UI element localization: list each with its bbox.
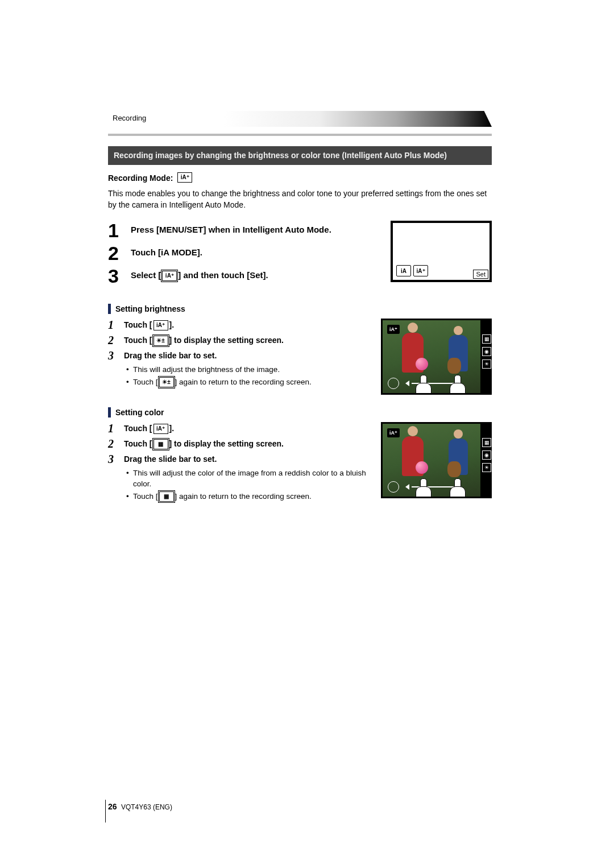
ia-plus-icon: iA⁺ [162,271,177,281]
figure-color: iA⁺ ▦ ◉ ☀ [381,422,492,498]
intro-paragraph: This mode enables you to change the brig… [108,188,492,211]
defocus-icon: ◉ [482,450,491,460]
brightness-block: 1 Touch [iA⁺]. 2 Touch [☀±] to display t… [108,319,492,395]
step-text: Press [MENU/SET] when in Intelligent Aut… [131,221,379,235]
brightness-bullets: This will adjust the brightness of the i… [126,365,371,388]
bullet: This will adjust the brightness of the i… [126,365,371,375]
substep-number: 3 [108,453,118,466]
color-bullets: This will adjust the color of the image … [126,468,371,502]
substep-text: Touch [☀±] to display the setting screen… [124,334,371,346]
brightness-icon: ☀ [482,359,491,369]
brightness-heading: Setting brightness [108,304,492,314]
ia-plus-icon: iA⁺ [413,265,428,276]
step-text: Touch [iA MODE]. [131,243,379,258]
step-2: 2 Touch [iA MODE]. [108,243,379,263]
slider-handle-icon [388,378,399,389]
hand-pointer-icon [410,374,435,393]
step-suffix: ] and then touch [Set]. [178,270,268,280]
header-underline [108,134,492,136]
mode-badge: iA⁺ [387,325,400,334]
color-icon: ▦ [482,334,491,344]
bullet: This will adjust the color of the image … [126,468,371,490]
hand-pointer-icon [444,477,469,497]
ia-icon: iA [396,265,411,276]
doc-id: VQT4Y63 (ENG) [121,803,172,811]
color-icon: ▦ [159,491,174,502]
figure-brightness: iA⁺ ▦ ◉ ☀ [381,319,492,395]
page-header: Recording [108,111,492,130]
recording-mode-label: Recording Mode: [108,173,173,183]
substep-text: Touch [iA⁺]. [124,319,371,330]
step-text: Select [iA⁺] and then touch [Set]. [131,266,379,281]
substep-number: 1 [108,422,118,435]
heading-bar-icon [108,407,111,418]
main-steps-block: 1 Press [MENU/SET] when in Intelligent A… [108,221,492,289]
section-title: Recording images by changing the brightn… [108,146,492,165]
hand-pointer-icon [444,374,469,393]
step-3: 3 Select [iA⁺] and then touch [Set]. [108,266,379,286]
ia-plus-icon: iA⁺ [154,424,168,434]
color-step-2: 2 Touch [▦] to display the setting scree… [108,437,371,450]
brightness-step-3: 3 Drag the slide bar to set. [108,349,371,362]
footer-rule [105,800,106,822]
slider-handle-icon [388,481,399,493]
ia-plus-icon: iA⁺ [177,172,192,183]
substep-number: 1 [108,319,118,332]
color-step-3: 3 Drag the slide bar to set. [108,453,371,466]
substep-number: 3 [108,349,118,362]
hand-pointer-icon [410,477,435,497]
color-icon: ▦ [482,438,491,447]
side-icon-strip: ▦ ◉ ☀ [482,438,490,472]
defocus-icon: ◉ [482,347,491,356]
arrow-left-icon [401,484,409,490]
step-1: 1 Press [MENU/SET] when in Intelligent A… [108,221,379,240]
step-number: 3 [108,266,124,286]
step-number: 2 [108,243,124,263]
substep-text: Drag the slide bar to set. [124,349,371,360]
heading-text: Setting brightness [115,304,185,313]
bullet: Touch [▦] again to return to the recordi… [126,491,371,502]
brightness-icon: ☀± [154,336,168,346]
set-button-label: Set [473,270,488,279]
breadcrumb: Recording [113,114,146,122]
brightness-step-2: 2 Touch [☀±] to display the setting scre… [108,334,371,347]
step-prefix: Select [ [131,270,161,280]
header-gradient [108,111,492,127]
substep-text: Touch [▦] to display the setting screen. [124,437,371,449]
recording-mode-line: Recording Mode: iA⁺ [108,173,492,183]
color-block: 1 Touch [iA⁺]. 2 Touch [▦] to display th… [108,422,492,504]
ia-plus-icon: iA⁺ [154,320,168,330]
bullet: Touch [☀±] again to return to the record… [126,377,371,388]
substep-number: 2 [108,334,118,347]
arrow-left-icon [401,381,409,386]
figure-mode-select: iA iA⁺ Set [391,221,492,289]
heading-text: Setting color [115,408,164,417]
page-footer: 26 VQT4Y63 (ENG) [108,802,172,811]
substep-text: Touch [iA⁺]. [124,422,371,434]
color-heading: Setting color [108,407,492,418]
side-icon-strip: ▦ ◉ ☀ [482,334,490,369]
heading-bar-icon [108,304,111,314]
mode-badge: iA⁺ [387,428,400,437]
brightness-icon: ☀ [482,463,491,472]
color-step-1: 1 Touch [iA⁺]. [108,422,371,435]
substep-number: 2 [108,437,118,450]
page-number: 26 [108,802,117,811]
substep-text: Drag the slide bar to set. [124,453,371,464]
brightness-step-1: 1 Touch [iA⁺]. [108,319,371,332]
color-icon: ▦ [154,439,168,449]
step-number: 1 [108,221,124,240]
brightness-icon: ☀± [159,377,174,387]
